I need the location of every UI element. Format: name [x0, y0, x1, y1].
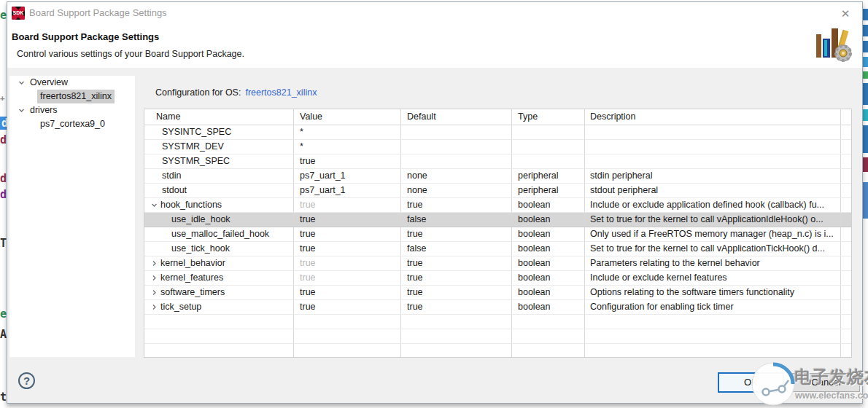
- table-row-SYSTMR_SPEC[interactable]: SYSTMR_SPECtrue: [144, 154, 851, 169]
- tree-item-label: ps7_cortexa9_0: [37, 117, 108, 131]
- table-row-hook_functions[interactable]: hook_functionstruetruebooleanInclude or …: [144, 198, 851, 213]
- table-row-SYSINTC_SPEC[interactable]: SYSINTC_SPEC*: [144, 125, 851, 140]
- table-cell: none: [401, 169, 512, 183]
- table-cell: true: [294, 242, 401, 256]
- chevron-down-icon[interactable]: [15, 79, 27, 86]
- window-title: Board Support Package Settings: [29, 7, 167, 18]
- table-cell: true: [294, 286, 401, 299]
- table-cell: [585, 344, 841, 358]
- table-row-stdin[interactable]: stdinps7_uart_1noneperipheralstdin perip…: [144, 169, 851, 184]
- table-cell: Configuration for enabling tick timer: [585, 300, 841, 314]
- os-link[interactable]: freertos821_xilinx: [245, 87, 317, 98]
- setting-name-cell: SYSTMR_SPEC: [144, 154, 294, 168]
- column-header-description[interactable]: Description: [585, 109, 841, 125]
- table-row-use_tick_hook[interactable]: use_tick_hooktruefalsebooleanSet to true…: [144, 242, 851, 256]
- table-row-kernel_features[interactable]: kernel_featurestruetruebooleanInclude or…: [144, 271, 851, 286]
- column-header-type[interactable]: Type: [512, 109, 585, 125]
- setting-name-cell: kernel_features: [144, 271, 294, 285]
- table-row-empty[interactable]: [144, 344, 851, 358]
- sidebar-item-overview[interactable]: Overview: [9, 76, 135, 90]
- table-cell: [585, 154, 841, 168]
- table-row-kernel_behavior[interactable]: kernel_behaviortruetruebooleanParameters…: [144, 256, 851, 271]
- setting-name-cell: use_idle_hook: [144, 213, 294, 227]
- table-cell: [512, 154, 585, 168]
- table-cell: [144, 344, 294, 358]
- table-cell: [401, 344, 512, 358]
- table-cell: true: [294, 271, 401, 285]
- chevron-down-icon[interactable]: [15, 107, 27, 114]
- column-header-value[interactable]: Value: [294, 109, 401, 125]
- table-cell: boolean: [512, 300, 585, 314]
- table-cell: stdout peripheral: [585, 184, 841, 197]
- table-cell: boolean: [512, 198, 585, 212]
- setting-name-cell: stdout: [144, 184, 294, 197]
- sidebar-item-freertos821_xilinx[interactable]: freertos821_xilinx: [9, 90, 135, 103]
- table-cell: true: [294, 300, 401, 314]
- table-row-SYSTMR_DEV[interactable]: SYSTMR_DEV*: [144, 140, 851, 154]
- table-cell: [841, 154, 851, 168]
- table-cell: true: [401, 300, 512, 314]
- table-cell: [841, 256, 851, 270]
- close-icon[interactable]: ✕: [837, 6, 853, 22]
- table-cell: [585, 315, 841, 329]
- table-cell: [585, 140, 841, 154]
- column-header-default[interactable]: Default: [401, 109, 512, 125]
- table-cell: [401, 140, 512, 154]
- table-cell: [512, 315, 585, 329]
- sidebar-item-drivers[interactable]: drivers: [9, 103, 135, 117]
- setting-name-cell: use_malloc_failed_hook: [144, 227, 294, 241]
- table-cell: [841, 184, 851, 197]
- cancel-button[interactable]: Cancel: [792, 373, 860, 392]
- table-cell: Options relating to the software timers …: [585, 286, 841, 299]
- setting-name-cell: hook_functions: [144, 198, 294, 212]
- table-cell: Set to true for the kernel to call vAppl…: [585, 242, 841, 256]
- configuration-for-os: Configuration for OS:freertos821_xilinx: [155, 87, 317, 98]
- chevron-right-icon[interactable]: [151, 304, 160, 310]
- table-row-use_idle_hook[interactable]: use_idle_hooktruefalsebooleanSet to true…: [144, 213, 851, 227]
- table-cell: none: [401, 184, 512, 197]
- table-cell: true: [401, 286, 512, 299]
- setting-name-cell: kernel_behavior: [144, 256, 294, 270]
- title-bar[interactable]: SDK Board Support Package Settings ✕: [7, 2, 862, 24]
- settings-tree-panel: Overviewfreertos821_xilinxdriversps7_cor…: [9, 76, 135, 357]
- table-cell: [841, 125, 851, 139]
- chevron-right-icon[interactable]: [151, 260, 160, 267]
- table-cell: [841, 344, 851, 358]
- table-row-empty[interactable]: [144, 315, 851, 329]
- table-cell: ps7_uart_1: [294, 184, 401, 197]
- table-row-empty[interactable]: [144, 329, 851, 344]
- table-row-use_malloc_failed_hook[interactable]: use_malloc_failed_hooktruetruebooleanOnl…: [144, 227, 851, 242]
- table-cell: [144, 315, 294, 329]
- background-right-strip: [862, 0, 868, 408]
- table-cell: [144, 329, 294, 343]
- table-cell: [512, 329, 585, 343]
- sidebar-item-ps7_cortexa9_0[interactable]: ps7_cortexa9_0: [9, 117, 135, 131]
- table-cell: ps7_uart_1: [294, 169, 401, 183]
- table-cell: [841, 286, 851, 299]
- table-cell: true: [294, 213, 401, 227]
- table-cell: [512, 344, 585, 358]
- table-row-software_timers[interactable]: software_timerstruetruebooleanOptions re…: [144, 286, 851, 300]
- table-cell: Set to true for the kernel to call vAppl…: [585, 213, 841, 227]
- table-cell: [294, 315, 401, 329]
- table-cell: boolean: [512, 286, 585, 299]
- chevron-right-icon[interactable]: [151, 275, 160, 281]
- table-cell: [841, 329, 851, 343]
- table-cell: boolean: [512, 213, 585, 227]
- config-label: Configuration for OS:: [155, 87, 241, 98]
- sdk-app-icon: SDK: [12, 7, 25, 20]
- table-cell: [841, 227, 851, 241]
- chevron-down-icon[interactable]: [151, 202, 160, 208]
- table-cell: [401, 315, 512, 329]
- chevron-right-icon[interactable]: [151, 289, 160, 296]
- column-header-name[interactable]: Name: [144, 109, 294, 125]
- table-cell: true: [401, 256, 512, 270]
- column-header-filler: [841, 109, 851, 125]
- table-cell: [294, 329, 401, 343]
- table-row-tick_setup[interactable]: tick_setuptruetruebooleanConfiguration f…: [144, 300, 851, 315]
- dialog-header: Board Support Package Settings Control v…: [7, 24, 862, 68]
- ok-button[interactable]: OK: [718, 372, 784, 393]
- table-row-stdout[interactable]: stdoutps7_uart_1noneperipheralstdout per…: [144, 184, 851, 198]
- help-button[interactable]: ?: [18, 372, 35, 389]
- table-cell: boolean: [512, 271, 585, 285]
